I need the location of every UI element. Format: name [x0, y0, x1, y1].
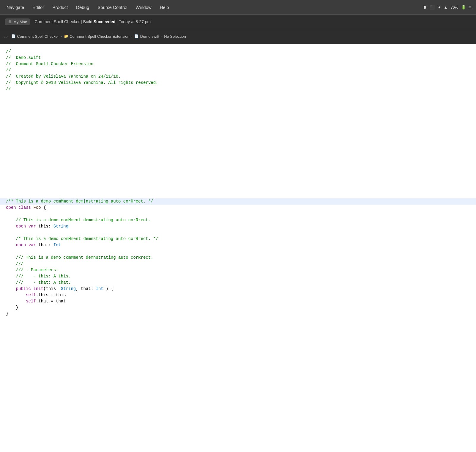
code-line-empty-12	[0, 161, 476, 167]
menu-window[interactable]: Window	[131, 3, 155, 12]
type-string-2: String	[61, 286, 76, 292]
code-line-empty-4	[0, 111, 476, 117]
code-content-4: //	[6, 67, 11, 73]
title-bar: Navigate Editor Product Debug Source Con…	[0, 0, 476, 15]
code-line-empty-8	[0, 136, 476, 142]
menu-product[interactable]: Product	[48, 3, 72, 12]
code-line-close-init: }	[0, 305, 476, 311]
prop-this: this	[38, 292, 48, 298]
code-content-7: //	[6, 86, 11, 92]
code-line-class: open class Foo {	[0, 205, 476, 211]
breadcrumb-label-3: Demo.swift	[140, 34, 159, 39]
breadcrumb-label-1: Comment Spell Checker	[17, 34, 59, 39]
nav-back[interactable]: ‹	[4, 34, 5, 39]
build-bar: 🖥 My Mac Comment Spell Checker | Build S…	[0, 15, 476, 29]
breadcrumb-item-2[interactable]: 📁 Comment Spell Checker Extension	[64, 34, 130, 39]
code-line-empty-16	[0, 186, 476, 192]
keyword-open-3: open	[16, 242, 26, 248]
breadcrumb-bar: ‹ › 📄 Comment Spell Checker › 📁 Comment …	[0, 29, 476, 44]
code-param-this: /// - this: A this.	[6, 273, 71, 280]
code-line-empty-5	[0, 117, 476, 123]
code-line-empty-3	[0, 105, 476, 111]
breadcrumb-arrow-3: ›	[161, 34, 162, 38]
device-label: My Mac	[13, 20, 27, 24]
code-line-empty-15	[0, 180, 476, 186]
code-triple-empty: ///	[6, 261, 23, 267]
menu-bar: Navigate Editor Product Debug Source Con…	[2, 3, 423, 12]
code-line-empty-1	[0, 92, 476, 98]
menu-debug[interactable]: Debug	[72, 3, 93, 12]
breadcrumb-label-4: No Selection	[164, 34, 186, 39]
code-content-3: // Comment Spell Checker Extension	[6, 61, 93, 67]
code-line-1: //	[0, 48, 476, 55]
prop-that: that	[38, 298, 48, 305]
code-line-6: // Copyright © 2018 Velislava Yanchina. …	[0, 80, 476, 86]
keyword-class: class	[18, 205, 31, 211]
code-line-empty-11	[0, 155, 476, 161]
device-pill[interactable]: 🖥 My Mac	[5, 18, 30, 25]
keyword-self-1: self	[26, 292, 36, 298]
bluetooth-icon: ✦	[438, 5, 441, 10]
code-line-empty-9	[0, 142, 476, 148]
code-triple-comment: /// This is a demo comMment demnstrating…	[6, 255, 153, 261]
code-comment-2: // This is a demo comMment demnstrating …	[6, 217, 151, 223]
type-string: String	[53, 223, 68, 230]
file-icon-3: 📄	[134, 34, 139, 39]
keyword-public: public	[16, 286, 31, 292]
code-line-comment-2: // This is a demo comMment demnstrating …	[0, 217, 476, 223]
code-line-empty-6	[0, 123, 476, 130]
breadcrumb-arrow-2: ›	[131, 34, 133, 38]
code-line-empty-10	[0, 148, 476, 155]
mac-icon: 🖥	[8, 20, 12, 24]
code-block-comment: /* This is a demo comMment demnstrating …	[6, 236, 158, 242]
breadcrumb-item-4[interactable]: No Selection	[164, 34, 186, 39]
code-line-7: //	[0, 86, 476, 92]
code-line-empty-20	[0, 248, 476, 255]
code-line-var-this: open var this: String	[0, 223, 476, 230]
menu-source-control[interactable]: Source Control	[93, 3, 131, 12]
menu-help[interactable]: Help	[156, 3, 173, 12]
build-succeeded: Succeeded	[94, 19, 116, 24]
code-line-block-comment: /* This is a demo comMment demnstrating …	[0, 236, 476, 242]
code-line-triple-comment: /// This is a demo comMment demnstrating…	[0, 255, 476, 261]
code-editor[interactable]: // // Demo.swift // Comment Spell Checke…	[0, 44, 476, 452]
breadcrumb-item-1[interactable]: 📄 Comment Spell Checker	[11, 34, 59, 39]
battery-icon: 🔋	[461, 5, 466, 10]
code-line-params-header: /// - Parameters:	[0, 267, 476, 273]
code-line-empty-7	[0, 130, 476, 136]
record-icon: ⏺	[423, 5, 427, 10]
code-line-2: // Demo.swift	[0, 55, 476, 61]
code-content-5: // Created by Velislava Yanchina on 24/1…	[6, 73, 121, 80]
code-doc-comment: /** This is a demo comMment dem|nstratin…	[6, 198, 153, 205]
keyword-var: var	[29, 223, 36, 230]
breadcrumb-item-3[interactable]: 📄 Demo.swift	[134, 34, 159, 39]
breadcrumb-arrow-1: ›	[61, 34, 62, 38]
type-int-2: Int	[96, 286, 103, 292]
system-icons: ⏺ ⬛ ✦ ▲ 76% 🔋 ≡	[423, 5, 474, 10]
code-line-param-that: /// - that: A that.	[0, 280, 476, 286]
code-content-1: //	[6, 48, 11, 55]
code-line-init: public init(this: String, that: Int ) {	[0, 286, 476, 292]
code-line-self-that: self.that = that	[0, 298, 476, 305]
keyword-open: open	[6, 205, 16, 211]
code-line-empty-14	[0, 173, 476, 180]
class-name: Foo	[33, 205, 41, 211]
nav-forward[interactable]: ›	[6, 34, 8, 39]
breadcrumb-label-2: Comment Spell Checker Extension	[70, 34, 130, 39]
code-line-3: // Comment Spell Checker Extension	[0, 61, 476, 67]
menu-editor[interactable]: Editor	[28, 3, 48, 12]
keyword-self-2: self	[26, 298, 36, 305]
code-line-5: // Created by Velislava Yanchina on 24/1…	[0, 73, 476, 80]
code-line-self-this: self.this = this	[0, 292, 476, 298]
menu-navigate[interactable]: Navigate	[2, 3, 28, 12]
var-that-name: that:	[38, 242, 53, 248]
type-int: Int	[53, 242, 61, 248]
code-line-empty-19	[0, 230, 476, 236]
battery-level: 76%	[450, 5, 458, 10]
folder-icon-2: 📁	[64, 34, 68, 39]
code-line-close-class: }	[0, 311, 476, 317]
nav-arrows: ‹ ›	[4, 34, 7, 39]
build-status: Comment Spell Checker | Build Succeeded …	[35, 19, 151, 24]
file-icon-1: 📄	[11, 34, 16, 39]
code-content-6: // Copyright © 2018 Velislava Yanchina. …	[6, 80, 158, 86]
